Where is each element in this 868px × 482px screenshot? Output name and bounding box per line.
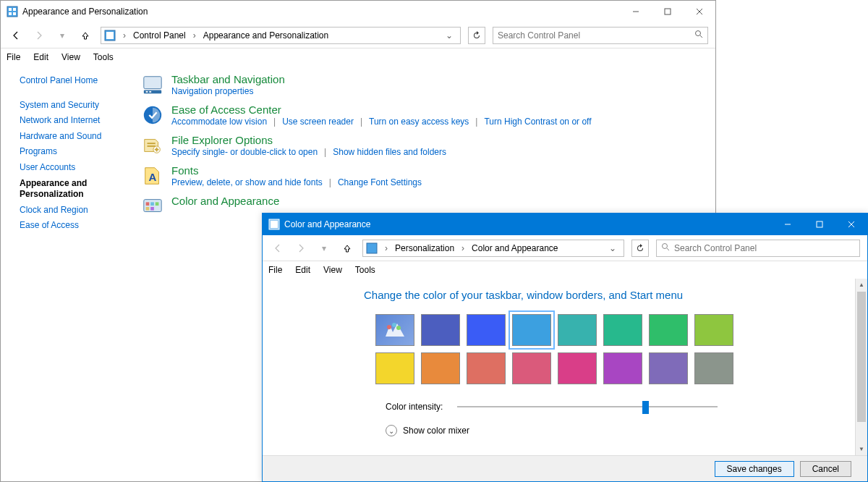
maximize-button[interactable] [804,213,835,235]
search-icon[interactable] [661,242,670,253]
color-swatch[interactable] [512,314,551,346]
color-swatch[interactable] [512,352,551,384]
refresh-button[interactable] [631,240,649,257]
category-link[interactable]: Navigation properties [171,86,253,96]
category-icon[interactable] [141,103,164,127]
refresh-button[interactable] [468,27,485,44]
search-box[interactable] [493,27,708,44]
search-input[interactable] [498,30,694,41]
menu-view[interactable]: View [61,52,80,62]
recent-dropdown[interactable]: ▾ [316,240,332,256]
expand-icon[interactable]: ⌄ [386,425,397,436]
menu-tools[interactable]: Tools [93,52,114,62]
menu-edit[interactable]: Edit [295,265,310,275]
color-mixer-row[interactable]: ⌄ Show color mixer [386,425,867,436]
scroll-down-icon[interactable]: ▼ [856,443,867,455]
category-link[interactable]: Change Font Settings [338,177,422,187]
sidebar-item[interactable]: Control Panel Home [20,73,138,89]
address-bar[interactable]: › Personalization › Color and Appearance… [362,240,624,257]
sidebar-item[interactable]: User Accounts [20,160,138,176]
minimize-button[interactable] [772,213,804,235]
breadcrumb-item[interactable]: Appearance and Personalization [203,30,328,41]
breadcrumb-item[interactable]: Personalization [395,243,454,253]
menu-view[interactable]: View [323,265,342,275]
search-input[interactable] [674,243,855,253]
color-swatch[interactable] [649,352,688,384]
titlebar[interactable]: Appearance and Personalization [1,1,715,22]
sidebar-item[interactable]: Ease of Access [20,218,138,234]
forward-button[interactable] [293,240,309,256]
recent-dropdown[interactable]: ▾ [54,28,70,43]
sidebar-item[interactable]: Network and Internet [20,113,138,129]
window-title: Appearance and Personalization [22,7,148,17]
sidebar-item[interactable]: Appearance and Personalization [20,176,138,203]
titlebar[interactable]: Color and Appearance [263,213,867,235]
maximize-button[interactable] [652,1,684,22]
menu-tools[interactable]: Tools [355,265,375,275]
address-dropdown[interactable]: ⌄ [441,30,457,41]
breadcrumb-item[interactable]: Control Panel [133,30,186,41]
scroll-thumb[interactable] [857,292,866,422]
category-icon[interactable] [141,195,164,218]
close-button[interactable] [835,213,867,235]
sidebar-item[interactable]: Hardware and Sound [20,129,138,145]
back-button[interactable] [8,28,24,43]
color-swatch[interactable] [467,352,506,384]
address-bar-row: ▾ › Personalization › Color and Appearan… [263,235,867,261]
color-swatch[interactable] [467,314,506,346]
menu-file[interactable]: File [7,52,20,62]
category-title[interactable]: Fonts [171,164,422,177]
up-button[interactable] [339,240,355,256]
sidebar-item[interactable]: System and Security [20,98,138,114]
sidebar-item[interactable]: Programs [20,144,138,160]
address-dropdown[interactable]: ⌄ [605,243,621,253]
sidebar-item[interactable]: Clock and Region [20,203,138,219]
slider-thumb[interactable] [642,401,649,414]
category-link[interactable]: Accommodate low vision [171,117,267,127]
search-box[interactable] [656,240,860,257]
intensity-slider[interactable] [457,400,718,413]
menu-edit[interactable]: Edit [33,52,48,62]
category-row: Taskbar and NavigationNavigation propert… [141,73,715,96]
color-swatch[interactable] [558,352,597,384]
color-swatch[interactable] [649,314,688,346]
svg-rect-1 [9,8,12,11]
category-title[interactable]: Ease of Access Center [171,103,592,116]
color-swatch[interactable] [694,314,733,346]
category-title[interactable]: Taskbar and Navigation [171,73,285,85]
address-bar[interactable]: › Control Panel › Appearance and Persona… [101,27,461,44]
window-color-appearance: Color and Appearance ▾ › Personalization… [262,213,868,482]
color-swatch-automatic[interactable] [375,314,414,346]
category-link[interactable]: Specify single- or double-click to open [171,147,318,157]
category-link[interactable]: Show hidden files and folders [333,147,446,157]
minimize-button[interactable] [620,1,652,22]
save-changes-button[interactable]: Save changes [715,461,794,477]
close-button[interactable] [684,1,715,22]
up-button[interactable] [77,28,93,43]
category-icon[interactable]: A [141,164,164,187]
category-link[interactable]: Use screen reader [282,117,354,127]
color-swatch[interactable] [421,314,460,346]
scrollbar-vertical[interactable]: ▲ ▼ [855,279,867,455]
color-swatch[interactable] [375,352,414,384]
color-swatch[interactable] [694,352,733,384]
breadcrumb-item[interactable]: Color and Appearance [472,243,558,253]
forward-button[interactable] [31,28,47,43]
scroll-up-icon[interactable]: ▲ [856,279,867,291]
color-swatch[interactable] [603,352,642,384]
menu-file[interactable]: File [268,265,282,275]
category-title[interactable]: File Explorer Options [171,134,446,146]
category-link[interactable]: Turn High Contrast on or off [484,117,591,127]
cancel-button[interactable]: Cancel [800,461,851,477]
category-link[interactable]: Preview, delete, or show and hide fonts [171,177,323,187]
category-link[interactable]: Turn on easy access keys [369,117,469,127]
color-swatch[interactable] [421,352,460,384]
back-button[interactable] [270,240,286,256]
svg-rect-19 [148,145,156,147]
category-icon[interactable] [141,134,164,157]
search-icon[interactable] [694,30,703,41]
color-swatch[interactable] [558,314,597,346]
category-title[interactable]: Color and Appearance [171,195,279,207]
color-swatch[interactable] [603,314,642,346]
category-icon[interactable] [141,73,164,96]
